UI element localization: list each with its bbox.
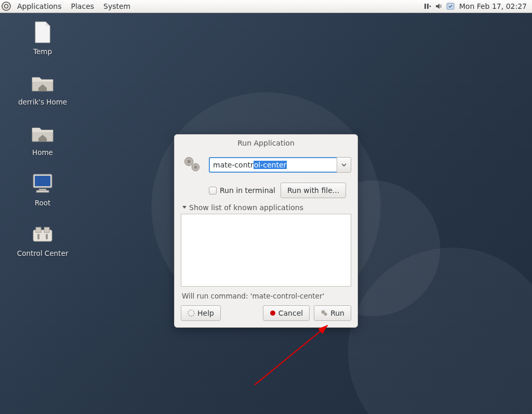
command-history-dropdown-button[interactable] [337, 157, 351, 173]
desktop-icon-label: Home [32, 148, 53, 157]
triangle-down-icon [182, 205, 187, 210]
desktop-icon-home[interactable]: Home [11, 121, 74, 157]
button-label: Cancel [278, 309, 303, 317]
run-button[interactable]: Run [314, 305, 351, 321]
options-row: Run in terminal Run with file... [209, 183, 351, 198]
command-combo: mate-control-center [209, 157, 351, 173]
svg-point-22 [324, 313, 327, 316]
run-with-file-button[interactable]: Run with file... [281, 183, 346, 198]
known-apps-expander[interactable]: Show list of known applications [181, 203, 351, 212]
volume-icon[interactable] [434, 2, 444, 11]
will-run-status: Will run command: 'mate-control-center' [181, 292, 351, 300]
desktop-icon-control-center[interactable]: Control Center [11, 222, 74, 257]
desktop-icon-user-home[interactable]: derrik's Home [11, 70, 74, 106]
svg-point-17 [188, 160, 191, 163]
button-label: Run [330, 309, 344, 317]
run-application-dialog: Run Application mate-control-center [174, 134, 358, 328]
spacer [225, 305, 259, 321]
svg-point-4 [429, 6, 431, 7]
svg-rect-2 [424, 4, 426, 9]
desktop-icon-label: derrik's Home [18, 98, 67, 106]
svg-rect-12 [44, 227, 49, 232]
distro-logo-icon[interactable] [0, 0, 12, 12]
expander-label: Show list of known applications [189, 203, 303, 212]
top-panel: Applications Places System Mon Feb 17, 0… [0, 0, 532, 13]
svg-rect-14 [46, 234, 48, 239]
chevron-down-icon [341, 162, 347, 167]
panel-right: Mon Feb 17, 02:27 [423, 2, 532, 11]
updates-icon[interactable] [446, 2, 455, 11]
command-typed-text: mate-contr [213, 161, 254, 169]
network-icon[interactable] [423, 2, 432, 11]
svg-rect-13 [37, 234, 39, 239]
command-input[interactable]: mate-control-center [209, 157, 337, 173]
command-row: mate-control-center [181, 153, 351, 176]
folder-home-icon [30, 121, 55, 146]
svg-rect-11 [36, 227, 41, 232]
command-completion-text: ol-center [254, 161, 287, 169]
cancel-button[interactable]: Cancel [263, 305, 310, 321]
svg-point-0 [2, 2, 10, 10]
desktop-icon-temp[interactable]: Temp [11, 20, 74, 56]
svg-point-1 [5, 5, 8, 8]
panel-left: Applications Places System [0, 0, 135, 13]
svg-rect-7 [35, 176, 50, 186]
run-in-terminal-checkbox[interactable]: Run in terminal [209, 186, 275, 195]
computer-icon [30, 171, 55, 196]
help-icon [188, 309, 195, 317]
control-center-icon [30, 222, 55, 247]
svg-point-19 [188, 310, 194, 316]
known-applications-list[interactable] [181, 214, 351, 287]
gears-icon [181, 153, 204, 176]
folder-home-icon [30, 70, 55, 95]
button-label: Help [197, 309, 214, 317]
svg-point-18 [194, 166, 197, 169]
menu-system[interactable]: System [99, 0, 135, 13]
desktop-icon-label: Control Center [17, 249, 69, 257]
desktop-icons: Temp derrik's Home Home Root Control Cen… [11, 20, 74, 257]
dialog-body: mate-control-center Run in terminal Run … [175, 150, 357, 327]
svg-rect-3 [427, 4, 429, 9]
menu-places[interactable]: Places [66, 0, 99, 13]
desktop-icon-label: Temp [33, 47, 52, 56]
svg-rect-9 [36, 190, 49, 192]
menu-applications[interactable]: Applications [12, 0, 66, 13]
clock[interactable]: Mon Feb 17, 02:27 [457, 2, 529, 10]
cancel-icon [270, 310, 276, 316]
checkbox-label: Run in terminal [220, 186, 275, 195]
file-icon [30, 20, 55, 45]
desktop-icon-label: Root [35, 199, 51, 207]
desktop-icon-root[interactable]: Root [11, 171, 74, 207]
checkbox-box [209, 187, 217, 195]
help-button[interactable]: Help [181, 305, 221, 321]
dialog-title: Run Application [175, 135, 357, 150]
dialog-actions: Help Cancel Run [181, 305, 351, 321]
svg-point-20 [270, 310, 275, 316]
run-gears-icon [321, 309, 328, 317]
